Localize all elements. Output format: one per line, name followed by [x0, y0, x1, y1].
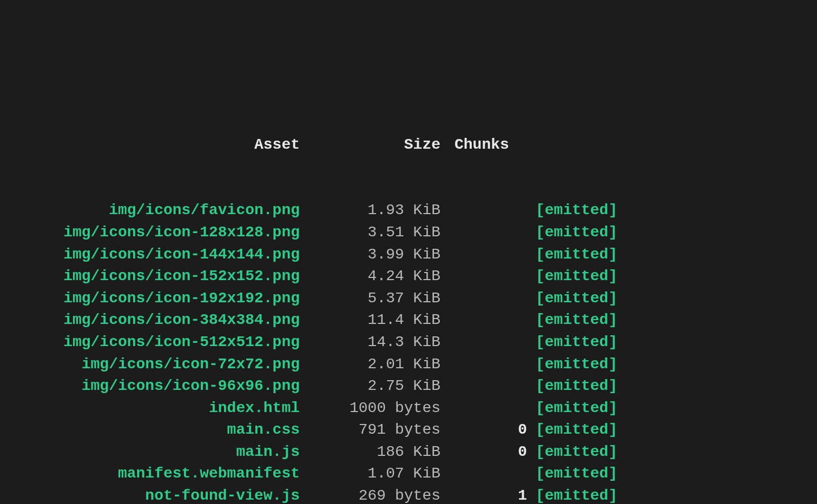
asset-name: img/icons/icon-128x128.png — [0, 222, 308, 244]
table-row: img/icons/icon-192x192.png5.37 KiB[emitt… — [0, 288, 817, 310]
asset-size: 2.75 KiB — [308, 375, 449, 397]
table-row: img/icons/icon-384x384.png11.4 KiB[emitt… — [0, 309, 817, 331]
asset-flag — [660, 266, 671, 288]
header-size: Size — [308, 134, 449, 156]
header-status — [536, 134, 660, 156]
asset-name: img/icons/icon-144x144.png — [0, 244, 308, 266]
asset-size: 11.4 KiB — [308, 309, 449, 331]
header-chunks: Chunks — [449, 134, 536, 156]
asset-flag — [660, 375, 671, 397]
asset-status: [emitted] — [536, 244, 660, 266]
asset-status: [emitted] — [536, 354, 660, 376]
asset-flag — [660, 419, 671, 441]
table-row: img/icons/favicon.png1.93 KiB[emitted] — [0, 200, 817, 222]
asset-chunks — [449, 331, 536, 354]
table-row: img/icons/icon-144x144.png3.99 KiB[emitt… — [0, 244, 817, 266]
table-row: img/icons/icon-72x72.png2.01 KiB[emitted… — [0, 354, 817, 376]
table-row: main.css791 bytes0[emitted] — [0, 419, 817, 441]
header-asset: Asset — [0, 134, 308, 156]
asset-status: [emitted] — [536, 309, 660, 331]
asset-name: img/icons/icon-152x152.png — [0, 266, 308, 288]
asset-name: manifest.webmanifest — [0, 463, 308, 485]
asset-name: not-found-view.js — [0, 485, 308, 504]
asset-flag — [660, 485, 671, 504]
asset-size: 5.37 KiB — [308, 288, 449, 310]
asset-status: [emitted] — [536, 331, 660, 354]
asset-chunks — [449, 266, 536, 288]
asset-status: [emitted] — [536, 485, 660, 504]
asset-chunks — [449, 288, 536, 310]
asset-flag — [660, 354, 671, 376]
asset-chunks — [449, 354, 536, 376]
table-header-row: Asset Size Chunks — [0, 134, 817, 156]
asset-name: index.html — [0, 397, 308, 420]
webpack-build-output: Asset Size Chunks img/icons/favicon.png1… — [0, 90, 817, 504]
table-row: img/icons/icon-128x128.png3.51 KiB[emitt… — [0, 222, 817, 244]
asset-flag — [660, 441, 671, 463]
asset-chunks — [449, 222, 536, 244]
asset-size: 4.24 KiB — [308, 266, 449, 288]
asset-flag — [660, 463, 671, 485]
table-row: index.html1000 bytes[emitted] — [0, 397, 817, 420]
asset-flag — [660, 200, 671, 222]
asset-name: img/icons/icon-512x512.png — [0, 331, 308, 354]
asset-name: main.js — [0, 441, 308, 463]
asset-status: [emitted] — [536, 419, 660, 441]
asset-size: 2.01 KiB — [308, 354, 449, 376]
asset-status: [emitted] — [536, 441, 660, 463]
asset-status: [emitted] — [536, 266, 660, 288]
table-row: manifest.webmanifest1.07 KiB[emitted] — [0, 463, 817, 485]
asset-size: 3.51 KiB — [308, 222, 449, 244]
asset-size: 1.07 KiB — [308, 463, 449, 485]
asset-status: [emitted] — [536, 463, 660, 485]
asset-size: 269 bytes — [308, 485, 449, 504]
asset-status: [emitted] — [536, 222, 660, 244]
asset-flag — [660, 331, 671, 354]
header-flag — [660, 134, 671, 156]
asset-chunks — [449, 309, 536, 331]
asset-chunks — [449, 375, 536, 397]
asset-chunks — [449, 397, 536, 420]
asset-chunks — [449, 244, 536, 266]
asset-chunks: 0 — [449, 419, 536, 441]
asset-name: img/icons/icon-72x72.png — [0, 354, 308, 376]
table-row: main.js186 KiB0[emitted] — [0, 441, 817, 463]
asset-name: img/icons/icon-384x384.png — [0, 309, 308, 331]
asset-status: [emitted] — [536, 288, 660, 310]
asset-size: 3.99 KiB — [308, 244, 449, 266]
asset-size: 1000 bytes — [308, 397, 449, 420]
table-row: img/icons/icon-512x512.png14.3 KiB[emitt… — [0, 331, 817, 354]
asset-chunks — [449, 463, 536, 485]
asset-chunks — [449, 200, 536, 222]
asset-name: img/icons/icon-192x192.png — [0, 288, 308, 310]
asset-flag — [660, 288, 671, 310]
asset-flag — [660, 222, 671, 244]
asset-name: img/icons/icon-96x96.png — [0, 375, 308, 397]
table-row: img/icons/icon-152x152.png4.24 KiB[emitt… — [0, 266, 817, 288]
asset-status: [emitted] — [536, 200, 660, 222]
asset-flag — [660, 309, 671, 331]
asset-status: [emitted] — [536, 375, 660, 397]
asset-size: 186 KiB — [308, 441, 449, 463]
asset-chunks: 1 — [449, 485, 536, 504]
asset-name: main.css — [0, 419, 308, 441]
asset-flag — [660, 244, 671, 266]
asset-size: 14.3 KiB — [308, 331, 449, 354]
asset-flag — [660, 397, 671, 420]
asset-chunks: 0 — [449, 441, 536, 463]
table-row: not-found-view.js269 bytes1[emitted] — [0, 485, 817, 504]
table-row: img/icons/icon-96x96.png2.75 KiB[emitted… — [0, 375, 817, 397]
asset-size: 1.93 KiB — [308, 200, 449, 222]
asset-name: img/icons/favicon.png — [0, 200, 308, 222]
asset-status: [emitted] — [536, 397, 660, 420]
asset-size: 791 bytes — [308, 419, 449, 441]
